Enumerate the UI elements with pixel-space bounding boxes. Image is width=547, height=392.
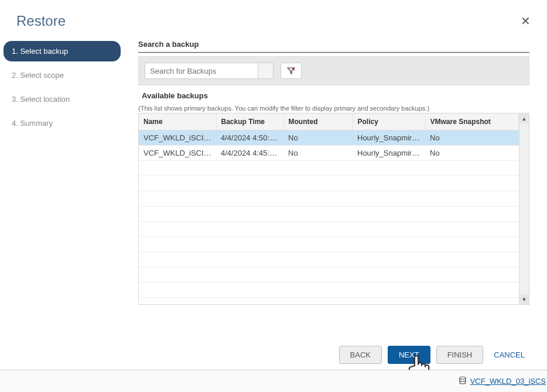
step-select-scope[interactable]: 2. Select scope (4, 65, 121, 85)
bottom-strip: VCF_WKLD_03_iSCS (0, 370, 547, 392)
datastore-link[interactable]: VCF_WKLD_03_iSCS (470, 377, 546, 386)
col-time[interactable]: Backup Time (216, 114, 283, 130)
table-row-empty (139, 297, 519, 304)
close-icon[interactable]: ✕ (521, 14, 531, 28)
scrollbar[interactable]: ▲ ▼ (519, 114, 529, 304)
cell-name: VCF_WKLD_iSCI_… (139, 130, 216, 145)
table-row-empty (139, 236, 519, 252)
table-row-empty (139, 206, 519, 221)
table-row-empty (139, 221, 519, 236)
scroll-up-icon[interactable]: ▲ (519, 114, 529, 123)
col-name[interactable]: Name (139, 114, 216, 130)
step-select-backup[interactable]: 1. Select backup (4, 41, 121, 61)
cell-mounted: No (283, 145, 353, 160)
page-title: Restore (16, 13, 66, 29)
table-row[interactable]: VCF_WKLD_iSCI_… 4/4/2024 4:50:0… No Hour… (139, 130, 519, 145)
col-policy[interactable]: Policy (353, 114, 425, 130)
search-bar (138, 56, 529, 85)
step-select-location[interactable]: 3. Select location (4, 89, 121, 109)
table-row[interactable]: VCF_WKLD_iSCI_… 4/4/2024 4:45:1… No Hour… (139, 145, 519, 160)
filter-button[interactable] (281, 63, 302, 79)
next-button[interactable]: NEXT (388, 346, 430, 364)
search-input[interactable] (145, 63, 258, 79)
col-mounted[interactable]: Mounted (283, 114, 353, 130)
col-snapshot[interactable]: VMware Snapshot (425, 114, 519, 130)
cell-time: 4/4/2024 4:45:1… (216, 145, 283, 160)
cell-policy: Hourly_Snapmirror (353, 130, 425, 145)
cell-snapshot: No (425, 130, 519, 145)
section-title: Search a backup (138, 40, 529, 53)
cell-policy: Hourly_Snapmirror (353, 145, 425, 160)
filter-hint: (This list shows primary backups. You ca… (138, 102, 529, 113)
back-button[interactable]: BACK (339, 346, 382, 364)
funnel-icon (287, 67, 295, 74)
search-dropdown-button[interactable] (258, 63, 274, 79)
table-row-empty (139, 191, 519, 206)
wizard-footer: BACK NEXT FINISH CANCEL (339, 346, 529, 364)
table-row-empty (139, 282, 519, 297)
cell-time: 4/4/2024 4:50:0… (216, 130, 283, 145)
available-backups-title: Available backups (138, 85, 529, 102)
backups-table: Name Backup Time Mounted Policy VMware S… (139, 114, 519, 304)
table-row-empty (139, 160, 519, 176)
datastore-icon (459, 376, 467, 386)
table-row-empty (139, 176, 519, 191)
table-header-row: Name Backup Time Mounted Policy VMware S… (139, 114, 519, 130)
cell-name: VCF_WKLD_iSCI_… (139, 145, 216, 160)
backups-table-container: Name Backup Time Mounted Policy VMware S… (138, 113, 529, 305)
table-row-empty (139, 267, 519, 282)
wizard-steps: 1. Select backup 2. Select scope 3. Sele… (4, 35, 121, 305)
finish-button[interactable]: FINISH (436, 346, 484, 364)
cancel-button[interactable]: CANCEL (489, 346, 529, 363)
svg-point-1 (460, 377, 466, 379)
scroll-down-icon[interactable]: ▼ (519, 294, 529, 304)
table-row-empty (139, 252, 519, 267)
cell-snapshot: No (425, 145, 519, 160)
step-summary[interactable]: 4. Summary (4, 113, 121, 133)
cell-mounted: No (283, 130, 353, 145)
